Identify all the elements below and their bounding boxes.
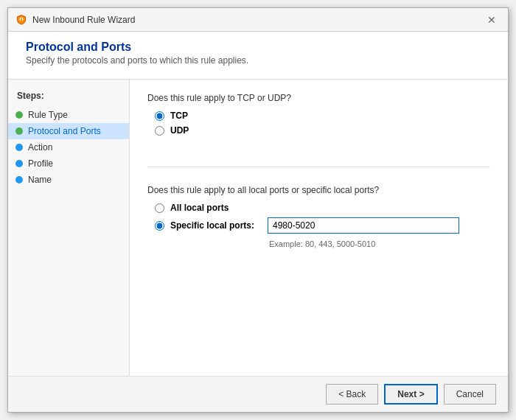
cancel-button[interactable]: Cancel (444, 384, 496, 405)
tcp-radio-row[interactable]: TCP (155, 111, 490, 121)
sidebar-item-label-protocol-ports: Protocol and Ports (28, 126, 101, 136)
protocol-question: Does this rule apply to TCP or UDP? (147, 93, 490, 103)
sidebar-item-label-name: Name (28, 175, 52, 185)
udp-label: UDP (170, 125, 189, 136)
title-bar: New Inbound Rule Wizard ✕ (8, 8, 508, 32)
sidebar-item-profile[interactable]: Profile (8, 155, 129, 172)
all-ports-radio[interactable] (155, 203, 164, 213)
sidebar-item-label-rule-type: Rule Type (28, 110, 68, 120)
step-dot-action (15, 144, 23, 151)
specific-ports-radio[interactable] (155, 221, 164, 231)
section-divider (147, 167, 490, 167)
sidebar-item-name[interactable]: Name (8, 172, 129, 188)
specific-ports-radio-row[interactable]: Specific local ports: (155, 220, 262, 231)
sidebar: Steps: Rule Type Protocol and Ports Acti… (8, 80, 130, 376)
sidebar-item-protocol-ports[interactable]: Protocol and Ports (8, 123, 129, 139)
footer: < Back Next > Cancel (8, 376, 508, 412)
svg-point-1 (21, 17, 22, 18)
step-dot-profile (15, 160, 23, 167)
udp-radio[interactable] (155, 126, 164, 136)
wizard-window: New Inbound Rule Wizard ✕ Protocol and P… (7, 7, 509, 413)
next-button[interactable]: Next > (384, 384, 437, 405)
specific-ports-row: Specific local ports: (155, 217, 490, 234)
main-panel: Does this rule apply to TCP or UDP? TCP … (130, 80, 508, 376)
example-text: Example: 80, 443, 5000-5010 (269, 239, 490, 248)
ports-radio-group: All local ports Specific local ports: Ex… (147, 203, 490, 248)
title-bar-left: New Inbound Rule Wizard (15, 14, 135, 26)
steps-label: Steps: (8, 91, 129, 107)
content-area: Steps: Rule Type Protocol and Ports Acti… (8, 80, 508, 376)
protocol-radio-group: TCP UDP (147, 111, 490, 136)
close-button[interactable]: ✕ (483, 13, 501, 27)
shield-icon (15, 14, 27, 26)
specific-ports-label: Specific local ports: (170, 220, 254, 231)
udp-radio-row[interactable]: UDP (155, 125, 490, 136)
page-title: Protocol and Ports (26, 41, 490, 54)
protocol-section: Does this rule apply to TCP or UDP? TCP … (147, 93, 490, 146)
all-ports-radio-row[interactable]: All local ports (155, 203, 490, 213)
back-button[interactable]: < Back (326, 384, 378, 405)
ports-question: Does this rule apply to all local ports … (147, 185, 490, 195)
ports-section: Does this rule apply to all local ports … (147, 185, 490, 248)
tcp-radio[interactable] (155, 111, 164, 121)
step-dot-rule-type (15, 111, 23, 119)
sidebar-item-rule-type[interactable]: Rule Type (8, 107, 129, 123)
sidebar-item-label-action: Action (28, 142, 52, 153)
sidebar-item-action[interactable]: Action (8, 139, 129, 155)
step-dot-name (15, 176, 23, 183)
page-subtitle: Specify the protocols and ports to which… (26, 55, 490, 66)
all-ports-label: All local ports (170, 203, 229, 213)
window-title: New Inbound Rule Wizard (32, 15, 135, 25)
port-input[interactable] (268, 217, 459, 234)
tcp-label: TCP (170, 111, 188, 121)
sidebar-item-label-profile: Profile (28, 158, 53, 169)
step-dot-protocol-ports (15, 127, 23, 135)
page-header: Protocol and Ports Specify the protocols… (8, 32, 508, 80)
